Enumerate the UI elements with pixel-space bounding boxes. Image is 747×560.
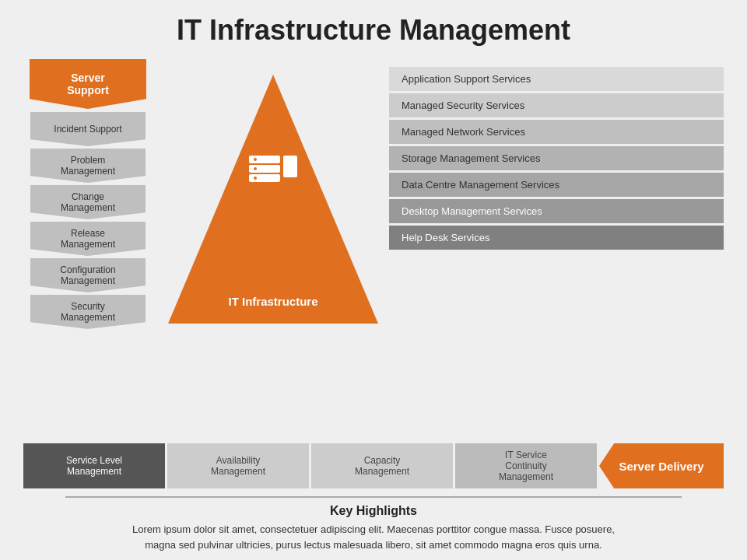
service-item-5: Data Centre Management Services	[389, 173, 724, 197]
bottom-item-it-service: IT Service Continuity Management	[455, 443, 597, 488]
svg-rect-11	[286, 172, 295, 175]
left-column: Server Support Incident Support Problem …	[23, 59, 153, 437]
bottom-item-service-level: Service Level Management	[23, 443, 165, 488]
page-title: IT Infrastructure Management	[177, 14, 570, 47]
svg-rect-10	[286, 167, 295, 170]
divider	[65, 496, 682, 498]
page: IT Infrastructure Management Server Supp…	[0, 0, 747, 560]
service-item-6: Desktop Management Services	[389, 199, 724, 223]
triangle-label: IT Infrastructure	[160, 295, 386, 308]
service-item-3: Managed Network Services	[389, 120, 724, 144]
server-icon	[246, 156, 300, 206]
svg-point-7	[254, 177, 257, 180]
server-support-badge: Server Support	[30, 59, 146, 109]
right-services: Application Support Services Managed Sec…	[389, 67, 724, 250]
key-highlights-title: Key Highlights	[47, 504, 700, 518]
center-right-wrapper: IT Infrastructure Application Support Se…	[160, 59, 724, 437]
key-highlights: Key Highlights Lorem ipsum dolor sit ame…	[23, 504, 724, 552]
left-item-configuration: Configuration Management	[30, 258, 146, 292]
service-item-2: Managed Security Services	[389, 93, 724, 117]
service-item-7: Help Desk Services	[389, 226, 724, 250]
service-item-1: Application Support Services	[389, 67, 724, 91]
service-item-4: Storage Management Services	[389, 146, 724, 170]
left-item-incident: Incident Support	[30, 112, 146, 146]
server-delivery-badge: Server Delivery	[599, 443, 724, 488]
triangle-container: IT Infrastructure	[160, 67, 386, 331]
left-item-release: Release Management	[30, 222, 146, 256]
key-highlights-text: Lorem ipsum dolor sit amet, consectetuer…	[47, 522, 700, 552]
left-item-problem: Problem Management	[30, 149, 146, 183]
left-item-change: Change Management	[30, 185, 146, 219]
svg-rect-8	[286, 158, 295, 161]
svg-rect-9	[286, 163, 295, 166]
svg-point-6	[254, 167, 257, 170]
diagram-area: Server Support Incident Support Problem …	[23, 59, 724, 437]
bottom-item-availability: Availability Management	[167, 443, 309, 488]
left-item-security: Security Management	[30, 295, 146, 329]
bottom-item-capacity: Capacity Management	[311, 443, 453, 488]
bottom-row: Service Level Management Availability Ma…	[23, 443, 724, 488]
svg-point-5	[254, 158, 257, 161]
